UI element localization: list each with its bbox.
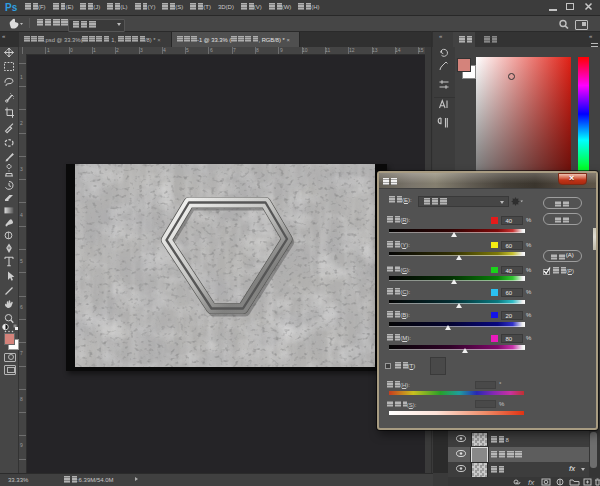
svg-text:fx: fx — [528, 478, 535, 486]
